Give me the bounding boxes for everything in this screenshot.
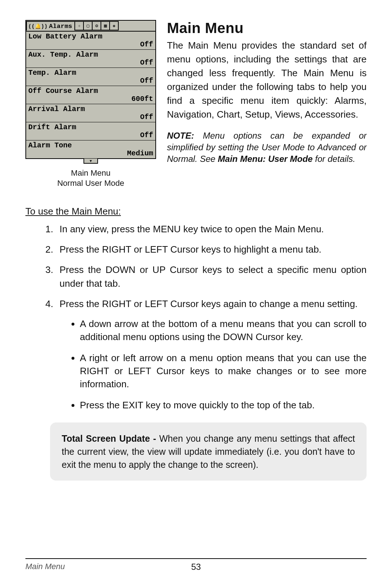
- note-reference: Main Menu: User Mode: [218, 154, 313, 164]
- menu-item-value: Off: [28, 77, 153, 85]
- menu-item-label: Aux. Temp. Alarm: [28, 51, 153, 59]
- bell-icon: ((🔔)): [28, 23, 48, 29]
- device-screenshot: ((🔔)) Alarms ✧ ▢ ⚙ ▦ ✚ Low Battery Alarm…: [25, 20, 156, 188]
- tab-views-icon: ▦: [101, 21, 110, 30]
- scroll-down-indicator-icon: ▾: [83, 159, 98, 164]
- active-tab-label: Alarms: [49, 23, 72, 30]
- menu-item-value: 600ft: [28, 95, 153, 103]
- menu-item: Temp. Alarm Off: [26, 68, 155, 86]
- menu-item-value: Off: [28, 131, 153, 139]
- menu-item: Low Battery Alarm Off: [26, 32, 155, 50]
- screenshot-caption: Main Menu Normal User Mode: [25, 168, 156, 188]
- caption-line: Main Menu: [71, 168, 111, 177]
- sub-bullet-list: A down arrow at the bottom of a menu mea…: [60, 317, 367, 412]
- caption-line: Normal User Mode: [57, 179, 124, 188]
- menu-item-value: Off: [28, 59, 153, 67]
- page-footer: Main Menu 53: [25, 558, 367, 571]
- sub-bullet: A right or left arrow on a menu option m…: [80, 351, 367, 391]
- menu-item-value: Off: [28, 113, 153, 121]
- tab-alarms: ((🔔)) Alarms: [26, 21, 75, 30]
- tab-setup-icon: ⚙: [92, 21, 101, 30]
- tab-bar: ((🔔)) Alarms ✧ ▢ ⚙ ▦ ✚: [26, 21, 155, 32]
- note-body-tail: for details.: [313, 154, 355, 164]
- menu-item-value: Medium: [28, 150, 153, 158]
- menu-item-label: Low Battery Alarm: [28, 33, 153, 41]
- tab-chart-icon: ▢: [83, 21, 93, 30]
- note-paragraph: NOTE: Menu options can be expanded or si…: [167, 130, 367, 165]
- menu-item-label: Off Course Alarm: [28, 87, 153, 95]
- menu-item: Off Course Alarm 600ft: [26, 86, 155, 104]
- menu-item: Drift Alarm Off: [26, 122, 155, 140]
- menu-item-label: Alarm Tone: [28, 142, 153, 150]
- menu-item: Alarm Tone Medium: [26, 140, 155, 158]
- page-title: Main Menu: [167, 20, 367, 36]
- menu-item-value: Off: [28, 41, 153, 49]
- footer-page-number: 53: [25, 562, 367, 572]
- menu-item-label: Temp. Alarm: [28, 69, 153, 77]
- intro-paragraph: The Main Menu provides the standard set …: [167, 38, 367, 121]
- footer-rule: [25, 558, 367, 559]
- step-item: In any view, press the MENU key twice to…: [56, 222, 367, 236]
- note-lead: NOTE:: [167, 131, 194, 140]
- tab-accessories-icon: ✚: [109, 21, 119, 30]
- menu-item-label: Drift Alarm: [28, 123, 153, 131]
- step-item: Press the RIGHT or LEFT Cursor keys to h…: [56, 242, 367, 256]
- howto-title: To use the Main Menu:: [25, 206, 367, 217]
- sub-bullet: A down arrow at the bottom of a menu mea…: [80, 317, 367, 343]
- step-item: Press the RIGHT or LEFT Cursor keys agai…: [56, 297, 367, 412]
- step-text: Press the RIGHT or LEFT Cursor keys agai…: [60, 298, 358, 309]
- device-lcd: ((🔔)) Alarms ✧ ▢ ⚙ ▦ ✚ Low Battery Alarm…: [25, 20, 156, 159]
- sub-bullet: Press the EXIT key to move quickly to th…: [80, 399, 367, 412]
- menu-item: Aux. Temp. Alarm Off: [26, 50, 155, 68]
- tab-navigation-icon: ✧: [74, 21, 84, 30]
- step-item: Press the DOWN or UP Cursor keys to sele…: [56, 263, 367, 290]
- steps-list: In any view, press the MENU key twice to…: [25, 222, 367, 412]
- menu-item: Arrival Alarm Off: [26, 104, 155, 122]
- callout-lead: Total Screen Update -: [62, 433, 159, 444]
- callout-box: Total Screen Update - When you change an…: [50, 422, 367, 481]
- menu-item-label: Arrival Alarm: [28, 105, 153, 113]
